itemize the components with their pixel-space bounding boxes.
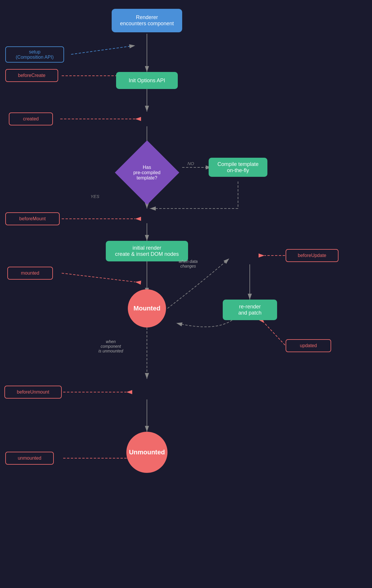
beforeUpdate-node: beforeUpdate (286, 249, 339, 262)
unmounted-hook-node: unmounted (5, 452, 54, 465)
no-label: NO (187, 161, 194, 166)
beforeCreate-node: beforeCreate (5, 69, 58, 82)
updated-label: updated (300, 343, 317, 348)
hasTemplate-node: Haspre-compiledtemplate? (115, 140, 179, 205)
reRender-node: re-renderand patch (223, 300, 277, 320)
initOptions-label: Init Options API (129, 78, 165, 84)
compileTemplate-label: Compile templateon-the-fly (217, 161, 259, 174)
mounted-hook-node: mounted (7, 267, 53, 280)
initialRender-label: initial rendercreate & insert DOM nodes (115, 245, 179, 257)
renderer-node: Rendererencounters component (112, 9, 182, 32)
updated-node: updated (286, 339, 331, 352)
mounted-circle-label: Mounted (133, 305, 160, 312)
svg-line-5 (71, 46, 135, 54)
reRender-label: re-renderand patch (238, 304, 262, 316)
beforeMount-node: beforeMount (5, 212, 60, 225)
renderer-label: Rendererencounters component (120, 14, 174, 27)
beforeUnmount-node: beforeUnmount (4, 386, 62, 399)
unmounted-hook-label: unmounted (18, 456, 41, 461)
created-node: created (9, 112, 53, 125)
beforeUnmount-label: beforeUnmount (17, 389, 49, 395)
initOptions-node: Init Options API (116, 72, 178, 89)
unmounted-circle-label: Unmounted (129, 448, 165, 456)
unmounted-circle: Unmounted (126, 432, 167, 473)
compileTemplate-node: Compile templateon-the-fly (209, 158, 267, 177)
created-label: created (23, 116, 38, 122)
when-unmounted-label: whencomponentis unmounted (98, 339, 123, 353)
diagram-lines (0, 0, 372, 588)
beforeCreate-label: beforeCreate (18, 73, 45, 78)
initialRender-node: initial rendercreate & insert DOM nodes (106, 241, 188, 261)
svg-line-16 (62, 273, 135, 282)
hasTemplate-label: Haspre-compiledtemplate? (133, 164, 160, 180)
setup-label: setup(Composition API) (16, 49, 54, 60)
svg-line-20 (264, 323, 285, 345)
mounted-circle: Mounted (128, 289, 166, 327)
beforeUpdate-label: beforeUpdate (298, 253, 326, 258)
beforeMount-label: beforeMount (19, 216, 46, 221)
yes-label: YES (91, 194, 99, 199)
mounted-hook-label: mounted (21, 271, 39, 276)
when-data-changes-label: when datachanges (179, 259, 198, 268)
lifecycle-diagram: Rendererencounters component setup(Compo… (0, 0, 372, 588)
setup-node: setup(Composition API) (5, 46, 64, 63)
